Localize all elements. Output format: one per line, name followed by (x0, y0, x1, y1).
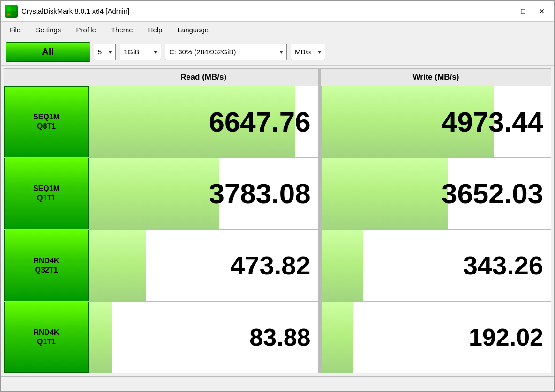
label-line2-0: Q8T1 (37, 122, 56, 131)
count-select[interactable]: 5 1 3 9 (94, 44, 116, 60)
write-cell-2: 343.26 (322, 230, 551, 301)
drive-select[interactable]: C: 30% (284/932GiB) (165, 44, 287, 60)
label-line1-0: SEQ1M (33, 113, 60, 121)
read-bar-3 (89, 302, 112, 373)
read-cell-0: 6647.76 (89, 86, 319, 157)
titlebar: CrystalDiskMark 8.0.1 x64 [Admin] — □ ✕ (1, 1, 554, 22)
row-label-3: RND4K Q1T1 (4, 302, 89, 373)
app-icon (5, 5, 18, 18)
label-line2-3: Q1T1 (37, 338, 56, 346)
write-bar-1 (322, 158, 448, 229)
minimize-button[interactable]: — (496, 5, 513, 18)
titlebar-controls: — □ ✕ (496, 5, 550, 18)
svg-rect-0 (7, 7, 11, 11)
svg-rect-1 (12, 7, 16, 11)
read-header: Read (MB/s) (89, 69, 318, 86)
row-label-1: SEQ1M Q1T1 (4, 158, 89, 229)
write-header: Write (MB/s) (321, 69, 551, 86)
row-label-2: RND4K Q32T1 (4, 230, 89, 301)
write-bar-3 (322, 302, 354, 373)
count-select-wrapper: 5 1 3 9 ▼ (94, 44, 116, 60)
label-line2-1: Q1T1 (37, 194, 56, 202)
menubar: File Settings Profile Theme Help Languag… (1, 22, 554, 38)
main-window: CrystalDiskMark 8.0.1 x64 [Admin] — □ ✕ … (0, 0, 555, 392)
status-bar (1, 376, 554, 391)
read-value-3: 83.88 (249, 323, 310, 351)
read-value-2: 473.82 (230, 250, 310, 281)
size-select-wrapper: 1GiB 512MiB 256MiB 4GiB ▼ (120, 44, 161, 60)
table-row: SEQ1M Q1T1 3783.08 3652.03 (4, 158, 551, 229)
table-row: RND4K Q1T1 83.88 192.02 (4, 302, 551, 373)
table-header: Read (MB/s) Write (MB/s) (4, 69, 551, 86)
titlebar-left: CrystalDiskMark 8.0.1 x64 [Admin] (5, 5, 129, 18)
label-line1-1: SEQ1M (33, 185, 60, 193)
write-value-1: 3652.03 (442, 178, 543, 210)
write-cell-3: 192.02 (322, 302, 551, 373)
table-row: SEQ1M Q8T1 6647.76 4973.44 (4, 86, 551, 158)
label-line1-2: RND4K (33, 257, 59, 265)
window-title: CrystalDiskMark 8.0.1 x64 [Admin] (22, 7, 129, 15)
read-cell-1: 3783.08 (89, 158, 319, 229)
unit-select[interactable]: MB/s GB/s IOPS (291, 44, 325, 60)
maximize-button[interactable]: □ (515, 5, 532, 18)
drive-select-wrapper: C: 30% (284/932GiB) ▼ (165, 44, 287, 60)
all-button[interactable]: All (6, 42, 90, 62)
close-button[interactable]: ✕ (533, 5, 550, 18)
label-line1-3: RND4K (33, 328, 59, 337)
menu-theme[interactable]: Theme (105, 24, 140, 36)
read-value-0: 6647.76 (209, 106, 311, 138)
menu-settings[interactable]: Settings (29, 24, 68, 36)
svg-rect-4 (8, 14, 10, 15)
write-bar-2 (322, 230, 363, 301)
table-row: RND4K Q32T1 473.82 343.26 (4, 230, 551, 302)
menu-profile[interactable]: Profile (69, 24, 103, 36)
read-value-1: 3783.08 (209, 178, 311, 210)
svg-rect-3 (12, 12, 16, 16)
write-value-0: 4973.44 (442, 106, 543, 138)
size-select[interactable]: 1GiB 512MiB 256MiB 4GiB (120, 44, 161, 60)
write-value-3: 192.02 (469, 323, 543, 351)
menu-file[interactable]: File (3, 24, 27, 36)
read-bar-2 (89, 230, 146, 301)
menu-language[interactable]: Language (171, 24, 215, 36)
row-label-0: SEQ1M Q8T1 (4, 86, 89, 157)
menu-help[interactable]: Help (142, 24, 169, 36)
write-value-2: 343.26 (463, 250, 543, 281)
unit-select-wrapper: MB/s GB/s IOPS ▼ (291, 44, 325, 60)
write-cell-1: 3652.03 (322, 158, 551, 229)
read-bar-1 (89, 158, 219, 229)
header-spacer (4, 69, 89, 86)
read-cell-3: 83.88 (89, 302, 319, 373)
write-cell-0: 4973.44 (322, 86, 551, 157)
main-content: Read (MB/s) Write (MB/s) SEQ1M Q8T1 6647… (1, 66, 554, 376)
benchmark-table: Read (MB/s) Write (MB/s) SEQ1M Q8T1 6647… (4, 68, 551, 373)
label-line2-2: Q32T1 (35, 266, 58, 274)
toolbar: All 5 1 3 9 ▼ 1GiB 512MiB 256MiB 4GiB ▼ … (1, 38, 554, 66)
read-cell-2: 473.82 (89, 230, 319, 301)
